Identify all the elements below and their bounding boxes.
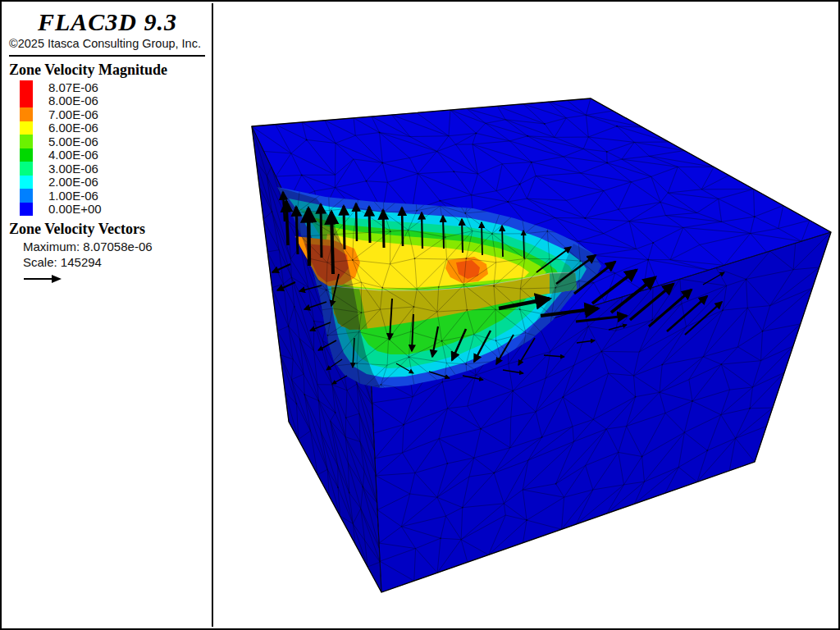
legend-row: 4.00E-06	[20, 148, 212, 162]
legend-value-label: 6.00E-06	[48, 121, 98, 135]
legend-value-label: 8.07E-06	[48, 80, 98, 94]
panel-rule	[9, 55, 205, 57]
legend-value-label: 4.00E-06	[48, 148, 98, 162]
vectors-scale: Scale: 145294	[23, 255, 212, 269]
legend-color-swatch	[20, 107, 33, 121]
legend-row: 3.00E-06	[20, 162, 212, 176]
legend-value-label: 2.00E-06	[48, 175, 98, 189]
colorbar-legend: 8.07E-068.00E-067.00E-066.00E-065.00E-06…	[20, 80, 212, 216]
model-viewport[interactable]	[213, 3, 840, 630]
legend-color-swatch	[20, 80, 33, 94]
legend-value-label: 0.00E+00	[48, 202, 102, 216]
legend-value-label: 8.00E-06	[48, 94, 98, 107]
model-3d-view[interactable]	[213, 3, 840, 630]
legend-panel: FLAC3D 9.3 ©2025 Itasca Consulting Group…	[3, 3, 213, 627]
legend-color-swatch	[20, 148, 33, 162]
app-title: FLAC3D 9.3	[3, 8, 212, 36]
legend-color-swatch	[20, 176, 33, 189]
legend-color-swatch	[20, 94, 33, 108]
legend-value-label: 1.00E-06	[48, 189, 98, 203]
copyright-text: ©2025 Itasca Consulting Group, Inc.	[9, 37, 212, 50]
legend-row: 8.07E-06	[20, 80, 212, 94]
legend-value-label: 5.00E-06	[48, 135, 98, 148]
legend-row: 2.00E-06	[20, 176, 212, 189]
legend-magnitude-heading: Zone Velocity Magnitude	[9, 62, 212, 79]
legend-row: 6.00E-06	[20, 121, 212, 135]
legend-vectors-heading: Zone Velocity Vectors	[9, 221, 212, 238]
vectors-maximum: Maximum: 8.07058e-06	[23, 240, 212, 253]
legend-value-label: 7.00E-06	[48, 107, 98, 121]
legend-row: 1.00E-06	[20, 189, 212, 203]
legend-color-swatch	[20, 162, 33, 176]
legend-color-swatch	[20, 121, 33, 135]
legend-row: 7.00E-06	[20, 107, 212, 121]
right-arrow-icon	[23, 274, 62, 284]
legend-row: 5.00E-06	[20, 135, 212, 148]
legend-row: 0.00E+00	[20, 203, 212, 217]
legend-color-swatch	[20, 189, 33, 203]
legend-color-swatch	[20, 135, 33, 148]
legend-value-label: 3.00E-06	[48, 162, 98, 176]
legend-color-swatch	[20, 203, 33, 217]
legend-row: 8.00E-06	[20, 94, 212, 108]
